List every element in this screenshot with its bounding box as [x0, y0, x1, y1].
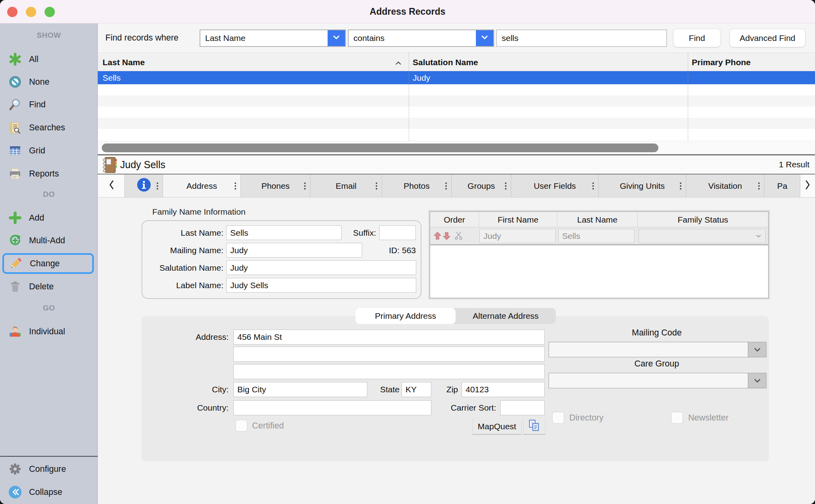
state-label: State	[369, 385, 400, 394]
selected-result-row[interactable]: Sells Judy	[98, 71, 815, 84]
tab-visitation[interactable]: Visitation	[686, 174, 764, 197]
label-name-field[interactable]	[226, 278, 416, 293]
tab-handle-dots-icon[interactable]	[592, 182, 594, 190]
sort-ascending-icon[interactable]	[395, 60, 402, 67]
sidebar-item-change[interactable]: Change	[2, 253, 94, 274]
chevron-down-icon[interactable]	[748, 342, 766, 357]
move-down-icon[interactable]	[442, 232, 451, 242]
horizontal-scrollbar[interactable]	[98, 141, 815, 154]
tab-groups[interactable]: Groups	[451, 174, 511, 197]
tab-email[interactable]: Email	[310, 174, 382, 197]
sidebar-item-configure[interactable]: Configure	[0, 459, 98, 479]
country-field[interactable]	[233, 400, 431, 415]
table-row[interactable]	[98, 118, 815, 129]
find-button[interactable]: Find	[673, 29, 721, 47]
state-field[interactable]	[402, 382, 431, 397]
tab-handle-dots-icon[interactable]	[445, 182, 447, 190]
tab-info[interactable]	[124, 174, 163, 197]
tabs-scroll-forward-button[interactable]	[800, 174, 815, 197]
address-line1-field[interactable]	[233, 330, 545, 345]
city-field[interactable]	[233, 382, 367, 397]
table-row[interactable]	[98, 84, 815, 95]
tab-photos[interactable]: Photos	[382, 174, 451, 197]
salutation-name-field[interactable]	[226, 260, 416, 275]
sidebar-item-reports[interactable]: Reports	[0, 164, 98, 183]
sidebar-item-delete[interactable]: Delete	[0, 277, 98, 296]
zip-field[interactable]	[462, 382, 545, 397]
mailing-name-field[interactable]	[226, 243, 362, 258]
field-select[interactable]: Last Name	[200, 29, 346, 47]
operator-select-button[interactable]	[476, 30, 493, 46]
sidebar-item-searches[interactable]: Searches	[0, 118, 98, 137]
certified-checkbox[interactable]	[235, 420, 247, 432]
mapquest-button[interactable]: MapQuest	[472, 419, 522, 435]
tab-handle-dots-icon[interactable]	[157, 182, 158, 190]
sidebar-item-none[interactable]: None	[0, 72, 98, 91]
tab-label: Giving Units	[620, 181, 665, 191]
table-row[interactable]	[98, 107, 815, 118]
sidebar-item-individual[interactable]: Individual	[0, 322, 98, 341]
tab-primary-address[interactable]: Primary Address	[355, 308, 456, 324]
column-header-last-name[interactable]: Last Name	[103, 53, 145, 72]
member-first-name-cell[interactable]: Judy	[479, 229, 556, 243]
tab-phones[interactable]: Phones	[241, 174, 310, 197]
member-last-name-cell[interactable]: Sells	[558, 229, 635, 243]
tabs-scroll-back-button[interactable]	[98, 174, 124, 197]
sidebar-item-collapse[interactable]: Collapse	[0, 483, 98, 502]
sidebar-item-multi-add[interactable]: Multi-Add	[0, 231, 98, 250]
copy-address-button[interactable]	[523, 419, 545, 435]
column-header-last-name: Last Name	[557, 212, 637, 227]
directory-checkbox[interactable]	[552, 412, 564, 424]
address-line2-field[interactable]	[233, 347, 545, 362]
tab-handle-dots-icon[interactable]	[235, 182, 236, 190]
family-status-select[interactable]	[638, 229, 766, 243]
tab-handle-dots-icon[interactable]	[758, 182, 760, 190]
tab-user-fields[interactable]: User Fields	[511, 174, 598, 197]
address-line3-field[interactable]	[233, 364, 545, 379]
field-select-button[interactable]	[328, 30, 345, 46]
results-table-header: Last Name Salutation Name Primary Phone	[98, 52, 815, 71]
pencil-icon	[9, 256, 23, 271]
advanced-find-button[interactable]: Advanced Find	[730, 29, 805, 47]
tab-giving-units[interactable]: Giving Units	[598, 174, 686, 197]
tab-alternate-address[interactable]: Alternate Address	[456, 308, 556, 324]
care-group-select[interactable]	[549, 373, 766, 388]
tab-handle-dots-icon[interactable]	[680, 182, 681, 190]
tab-handle-dots-icon[interactable]	[376, 182, 377, 190]
sidebar-item-find[interactable]: Find	[0, 95, 98, 114]
table-row[interactable]	[98, 129, 815, 141]
column-header-primary-phone[interactable]: Primary Phone	[692, 53, 751, 72]
address-tabs: Primary Address Alternate Address	[355, 308, 556, 324]
mailing-name-label: Mailing Name:	[144, 246, 223, 255]
family-members-table: Order First Name Last Name Family Status…	[429, 211, 769, 299]
result-count: 1 Result	[779, 155, 809, 174]
mailing-code-select[interactable]	[549, 342, 766, 357]
tab-handle-dots-icon[interactable]	[505, 182, 506, 190]
table-row[interactable]	[98, 95, 815, 107]
cell-salutation-name: Judy	[413, 71, 430, 84]
suffix-field[interactable]	[379, 225, 416, 240]
split-scissors-icon[interactable]	[455, 231, 463, 242]
tab-handle-dots-icon[interactable]	[304, 182, 306, 190]
newsletter-checkbox[interactable]	[671, 412, 683, 424]
column-header-first-name: First Name	[479, 212, 557, 227]
sidebar-item-add[interactable]: Add	[0, 208, 98, 227]
tab-label: User Fields	[534, 181, 576, 191]
record-tab-bar: Address Phones Email Photos Groups User …	[98, 174, 815, 198]
tab-address[interactable]: Address	[163, 174, 241, 197]
carrier-sort-field[interactable]	[500, 400, 545, 415]
sidebar-item-all[interactable]: All	[0, 50, 98, 69]
tab-label: Groups	[468, 181, 495, 191]
newsletter-label: Newsletter	[688, 413, 729, 423]
last-name-field[interactable]	[226, 225, 342, 240]
search-input[interactable]	[496, 29, 667, 47]
find-bar: Find records where Last Name contains Fi…	[98, 23, 815, 52]
sidebar-item-grid[interactable]: Grid	[0, 141, 98, 160]
column-header-salutation-name[interactable]: Salutation Name	[413, 53, 478, 72]
chevron-down-icon[interactable]	[748, 373, 766, 388]
operator-select[interactable]: contains	[348, 29, 494, 47]
scrollbar-thumb[interactable]	[102, 143, 658, 152]
carrier-sort-label: Carrier Sort:	[417, 403, 496, 413]
tab-partial[interactable]: Pa	[764, 174, 800, 197]
move-up-icon[interactable]	[433, 232, 442, 242]
